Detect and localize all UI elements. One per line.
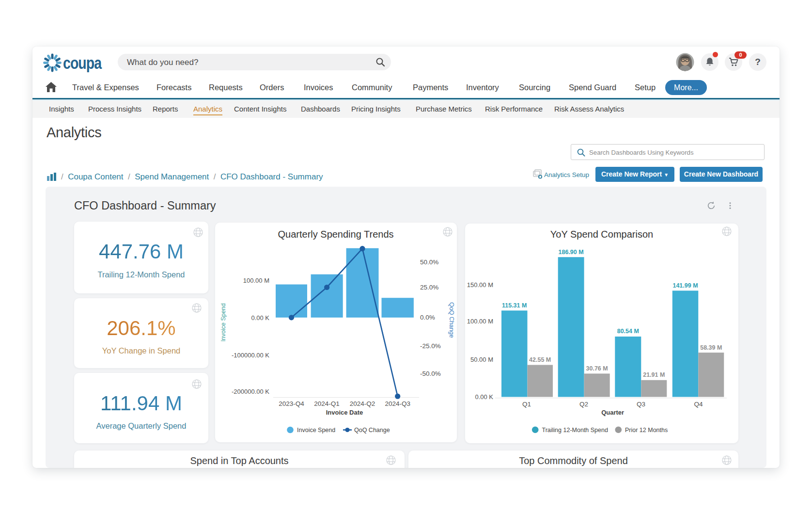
svg-text:coupa: coupa bbox=[63, 53, 102, 72]
svg-text:Quarterly Spending Trends: Quarterly Spending Trends bbox=[278, 229, 393, 240]
svg-text:50.00 M: 50.00 M bbox=[470, 356, 493, 363]
svg-text:0.00 K: 0.00 K bbox=[475, 393, 493, 401]
svg-text:21.91 M: 21.91 M bbox=[643, 371, 665, 378]
svg-text:186.90 M: 186.90 M bbox=[559, 249, 584, 256]
svg-text:2024-Q1: 2024-Q1 bbox=[314, 400, 340, 407]
svg-text:30.76 M: 30.76 M bbox=[586, 365, 608, 372]
svg-text:115.31 M: 115.31 M bbox=[502, 302, 527, 309]
svg-text:Q4: Q4 bbox=[694, 401, 703, 408]
svg-text:YoY Spend Comparison: YoY Spend Comparison bbox=[550, 229, 653, 240]
svg-text:Invoice Date: Invoice Date bbox=[326, 409, 363, 416]
svg-text:Q3: Q3 bbox=[637, 401, 645, 408]
svg-text:2023-Q4: 2023-Q4 bbox=[279, 400, 304, 407]
svg-text:42.55 M: 42.55 M bbox=[529, 356, 551, 363]
svg-text:141.99 M: 141.99 M bbox=[672, 282, 698, 289]
svg-text:-50.0%: -50.0% bbox=[420, 370, 441, 377]
svg-text:QoQ Change: QoQ Change bbox=[448, 302, 455, 338]
svg-text:100.00 M: 100.00 M bbox=[243, 277, 269, 284]
svg-text:2024-Q2: 2024-Q2 bbox=[350, 400, 375, 407]
svg-text:-25.0%: -25.0% bbox=[420, 342, 441, 350]
svg-text:Q2: Q2 bbox=[579, 401, 588, 408]
svg-text:58.39 M: 58.39 M bbox=[700, 344, 722, 351]
svg-text:QoQ Change: QoQ Change bbox=[354, 427, 390, 434]
svg-text:150.00 M: 150.00 M bbox=[467, 281, 493, 289]
svg-text:2024-Q3: 2024-Q3 bbox=[385, 400, 410, 407]
svg-text:Trailing 12-Month Spend: Trailing 12-Month Spend bbox=[542, 427, 608, 434]
svg-text:80.54 M: 80.54 M bbox=[617, 328, 639, 335]
svg-text:100.00 M: 100.00 M bbox=[467, 318, 493, 325]
svg-text:0.0%: 0.0% bbox=[420, 314, 435, 321]
svg-text:Invoice Spend: Invoice Spend bbox=[297, 427, 335, 434]
svg-text:50.0%: 50.0% bbox=[420, 258, 438, 266]
svg-text:Quarter: Quarter bbox=[601, 409, 624, 416]
svg-text:0.00 K: 0.00 K bbox=[251, 314, 269, 322]
svg-text:25.0%: 25.0% bbox=[420, 284, 438, 291]
svg-text:-200000.00 K: -200000.00 K bbox=[232, 388, 269, 395]
svg-text:Invoice Spend: Invoice Spend bbox=[220, 303, 227, 341]
svg-text:-100000.00 K: -100000.00 K bbox=[232, 352, 269, 359]
svg-text:Prior 12 Months: Prior 12 Months bbox=[625, 427, 668, 434]
svg-text:Q1: Q1 bbox=[522, 401, 531, 408]
